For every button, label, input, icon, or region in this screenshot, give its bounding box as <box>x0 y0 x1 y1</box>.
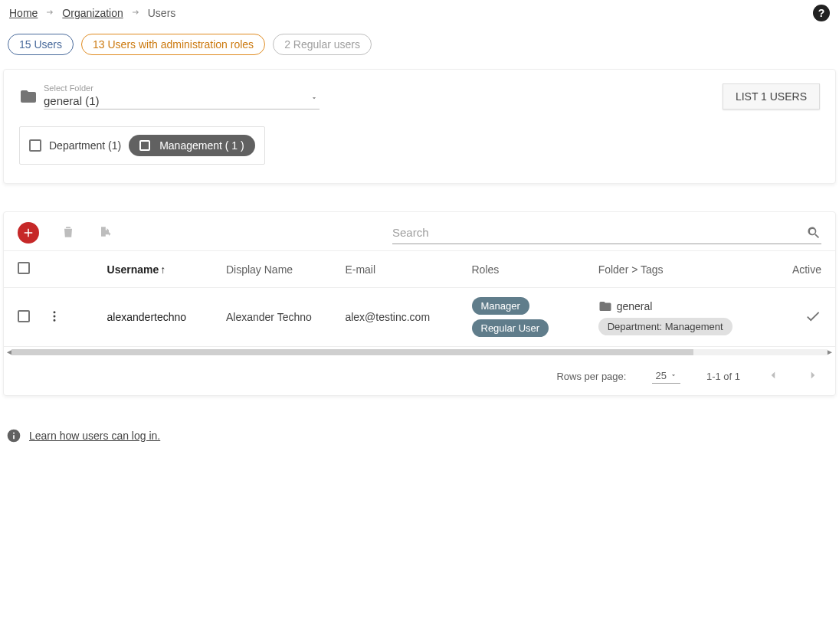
cell-username: alexandertechno <box>107 311 226 323</box>
rows-per-page-select[interactable]: 25 <box>652 370 680 384</box>
row-checkbox[interactable] <box>18 310 30 322</box>
role-chip-manager: Manager <box>472 297 529 315</box>
scroll-right-icon[interactable]: ► <box>826 348 834 356</box>
breadcrumb-organization[interactable]: Organization <box>62 7 123 19</box>
table-header: Username↑ Display Name E-mail Roles Fold… <box>4 250 835 288</box>
tag-filter-row: Department (1) Management ( 1 ) <box>19 126 265 165</box>
breadcrumb-home[interactable]: Home <box>9 7 38 19</box>
sort-asc-icon: ↑ <box>160 263 166 276</box>
cell-display-name: Alexander Techno <box>226 311 345 323</box>
pagination: Rows per page: 25 1-1 of 1 <box>4 358 835 395</box>
info-icon <box>6 428 21 443</box>
help-icon[interactable]: ? <box>813 5 830 21</box>
filter-chip-admin-users[interactable]: 13 Users with administration roles <box>81 34 265 55</box>
chevron-right-icon <box>45 7 54 19</box>
tag-department-label: Department (1) <box>49 139 121 152</box>
page-range: 1-1 of 1 <box>706 371 740 382</box>
filter-panel: Select Folder general (1) LIST 1 USERS D… <box>3 69 836 184</box>
role-chip-regular: Regular User <box>472 319 549 337</box>
caret-down-icon <box>670 370 677 381</box>
tag-management-label: Management ( 1 ) <box>159 139 244 152</box>
users-table-card: Username↑ Display Name E-mail Roles Fold… <box>3 211 836 396</box>
folder-icon <box>19 87 44 110</box>
cell-active-icon <box>777 308 821 327</box>
prev-page-button[interactable] <box>766 368 780 384</box>
cell-folder: general <box>598 299 653 313</box>
chevron-right-icon <box>131 7 140 19</box>
rows-per-page-label: Rows per page: <box>556 371 626 382</box>
filter-chip-regular-users[interactable]: 2 Regular users <box>273 34 372 55</box>
checkbox-department[interactable] <box>29 139 41 152</box>
filter-chip-row: 15 Users 13 Users with administration ro… <box>0 26 839 69</box>
list-users-button[interactable]: LIST 1 USERS <box>723 83 820 110</box>
breadcrumb-current: Users <box>148 7 176 19</box>
col-display-name[interactable]: Display Name <box>226 263 345 276</box>
col-roles[interactable]: Roles <box>472 263 598 276</box>
table-toolbar <box>4 212 835 250</box>
folder-select[interactable]: Select Folder general (1) <box>44 83 320 110</box>
col-active[interactable]: Active <box>777 263 821 276</box>
search-field[interactable] <box>392 221 821 244</box>
folder-select-value: general (1) <box>44 94 100 107</box>
learn-link[interactable]: Learn how users can log in. <box>29 430 160 442</box>
info-row: Learn how users can log in. <box>0 396 839 476</box>
col-folder-tags[interactable]: Folder > Tags <box>598 263 777 276</box>
select-all-checkbox[interactable] <box>18 262 30 274</box>
filter-chip-all-users[interactable]: 15 Users <box>8 34 74 55</box>
horizontal-scrollbar[interactable]: ◄ ► <box>4 347 835 358</box>
delete-icon[interactable] <box>61 224 76 242</box>
col-email[interactable]: E-mail <box>345 263 471 276</box>
breadcrumb: Home Organization Users <box>9 7 175 19</box>
tag-management-pill[interactable]: Management ( 1 ) <box>129 135 255 156</box>
cell-tag: Department: Management <box>598 318 732 335</box>
caret-down-icon <box>310 92 318 104</box>
scrollbar-thumb[interactable] <box>11 349 693 355</box>
search-icon <box>806 225 821 240</box>
next-page-button[interactable] <box>806 368 820 384</box>
checkbox-management[interactable] <box>139 140 150 151</box>
folder-select-label: Select Folder <box>44 83 320 93</box>
col-username[interactable]: Username↑ <box>107 263 226 276</box>
search-input[interactable] <box>392 221 806 244</box>
row-menu-icon[interactable] <box>48 313 61 325</box>
cell-email: alex@testinc.com <box>345 311 471 323</box>
table-row[interactable]: alexandertechno Alexander Techno alex@te… <box>4 288 835 347</box>
add-user-button[interactable] <box>18 222 39 244</box>
export-icon[interactable] <box>97 224 113 242</box>
